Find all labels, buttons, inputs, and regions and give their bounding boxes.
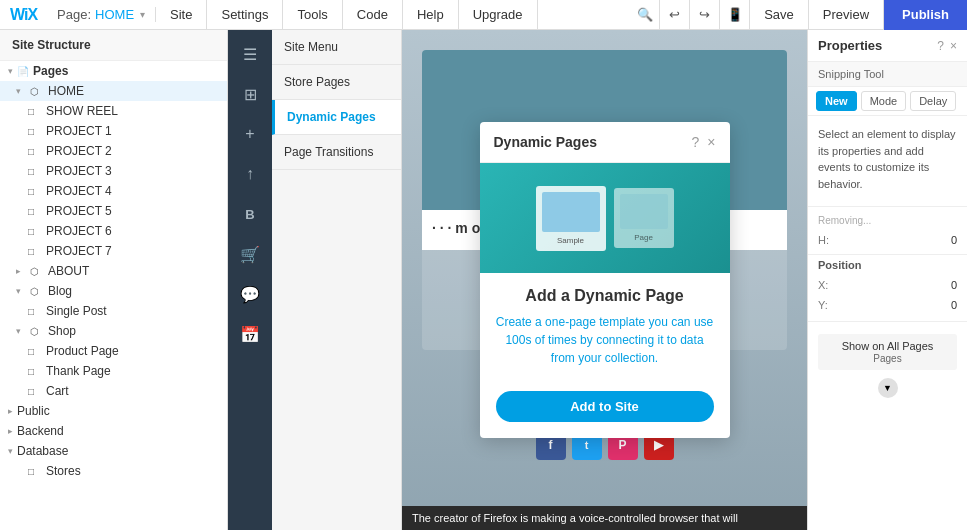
- tree-item-project-1[interactable]: □ PROJECT 1: [0, 121, 227, 141]
- preview-card-1: Sample: [536, 186, 606, 251]
- tree-item-stores[interactable]: □ Stores: [0, 461, 227, 481]
- topbar-right: 🔍 ↩ ↪ 📱 Save Preview Publish: [630, 0, 967, 30]
- site-menu-panel: Site Menu Store Pages Dynamic Pages Page…: [272, 30, 402, 530]
- public-section[interactable]: ▸ Public: [0, 401, 227, 421]
- pages-expand-icon: ▾: [8, 66, 13, 76]
- modal-heading: Add a Dynamic Page: [496, 287, 714, 305]
- panel-store-pages[interactable]: Store Pages: [272, 65, 401, 100]
- thank-page-label: Thank Page: [46, 364, 111, 378]
- tree-item-show-reel[interactable]: □ SHOW REEL: [0, 101, 227, 121]
- tree-item-thank-page[interactable]: □ Thank Page: [0, 361, 227, 381]
- project-3-icon: □: [28, 166, 42, 177]
- project-2-icon: □: [28, 146, 42, 157]
- tree-item-project-4[interactable]: □ PROJECT 4: [0, 181, 227, 201]
- tree-item-home[interactable]: ▾ ⬡ HOME: [0, 81, 227, 101]
- single-post-label: Single Post: [46, 304, 107, 318]
- project-5-icon: □: [28, 206, 42, 217]
- show-on-all-pages-btn[interactable]: Show on All Pages Pages: [818, 334, 957, 370]
- pages-label: Pages: [33, 64, 68, 78]
- stores-label: Stores: [46, 464, 81, 478]
- properties-description: Select an element to display its propert…: [808, 116, 967, 202]
- tree-item-project-6[interactable]: □ PROJECT 6: [0, 221, 227, 241]
- mode-button[interactable]: Mode: [861, 91, 907, 111]
- properties-title: Properties: [818, 38, 882, 53]
- blog-sidebar-icon[interactable]: B: [232, 196, 268, 232]
- modal-close-icon[interactable]: ×: [707, 134, 715, 150]
- calendar-sidebar-icon[interactable]: 📅: [232, 316, 268, 352]
- pages-sidebar-icon[interactable]: ☰: [232, 36, 268, 72]
- site-structure-panel: Site Structure ▾ 📄 Pages ▾ ⬡ HOME □ SHOW…: [0, 30, 228, 530]
- nav-help[interactable]: Help: [403, 0, 459, 30]
- add-elements-sidebar-icon[interactable]: +: [232, 116, 268, 152]
- page-indicator: Page: HOME ▾: [47, 7, 156, 22]
- modal-title: Dynamic Pages: [494, 134, 598, 150]
- tree-item-project-2[interactable]: □ PROJECT 2: [0, 141, 227, 161]
- properties-help-icon[interactable]: ?: [937, 39, 944, 53]
- y-field: Y: 0: [808, 295, 967, 315]
- undo-icon-btn[interactable]: ↩: [660, 0, 690, 30]
- properties-divider-1: [808, 206, 967, 207]
- nav-settings[interactable]: Settings: [207, 0, 283, 30]
- single-post-icon: □: [28, 306, 42, 317]
- modal-preview-area: Sample Page: [480, 163, 730, 273]
- modal-footer: Add to Site: [480, 381, 730, 438]
- h-value: 0: [907, 234, 957, 246]
- project-4-icon: □: [28, 186, 42, 197]
- tree-item-shop[interactable]: ▾ ⬡ Shop: [0, 321, 227, 341]
- position-section: Position: [808, 254, 967, 275]
- panel-page-transitions[interactable]: Page Transitions: [272, 135, 401, 170]
- backend-label: Backend: [17, 424, 64, 438]
- tree-item-project-3[interactable]: □ PROJECT 3: [0, 161, 227, 181]
- panel-site-menu[interactable]: Site Menu: [272, 30, 401, 65]
- database-label: Database: [17, 444, 68, 458]
- add-apps-sidebar-icon[interactable]: ⊞: [232, 76, 268, 112]
- publish-button[interactable]: Publish: [884, 0, 967, 30]
- public-label: Public: [17, 404, 50, 418]
- pages-section[interactable]: ▾ 📄 Pages: [0, 61, 227, 81]
- mobile-icon-btn[interactable]: 📱: [720, 0, 750, 30]
- home-expand-icon: ▾: [16, 86, 28, 96]
- nav-upgrade[interactable]: Upgrade: [459, 0, 538, 30]
- properties-panel: Properties ? × Snipping Tool New Mode De…: [807, 30, 967, 530]
- nav-code[interactable]: Code: [343, 0, 403, 30]
- collapse-button[interactable]: ▼: [878, 378, 898, 398]
- panel-dynamic-pages[interactable]: Dynamic Pages: [272, 100, 401, 135]
- search-icon-btn[interactable]: 🔍: [630, 0, 660, 30]
- cart-icon: □: [28, 386, 42, 397]
- modal-help-icon[interactable]: ?: [692, 134, 700, 150]
- save-button[interactable]: Save: [750, 0, 809, 30]
- tree-item-project-7[interactable]: □ PROJECT 7: [0, 241, 227, 261]
- site-structure-header: Site Structure: [0, 30, 227, 61]
- tree-item-project-5[interactable]: □ PROJECT 5: [0, 201, 227, 221]
- page-chevron-icon[interactable]: ▾: [140, 9, 145, 20]
- nav-tools[interactable]: Tools: [283, 0, 342, 30]
- new-button[interactable]: New: [816, 91, 857, 111]
- modal-overlay: Dynamic Pages ? × Sample: [402, 30, 807, 530]
- database-section[interactable]: ▾ Database: [0, 441, 227, 461]
- x-value: 0: [907, 279, 957, 291]
- preview-button[interactable]: Preview: [809, 0, 884, 30]
- redo-icon-btn[interactable]: ↪: [690, 0, 720, 30]
- logo-area: WiX: [0, 6, 47, 24]
- add-to-site-button[interactable]: Add to Site: [496, 391, 714, 422]
- database-expand-icon: ▾: [8, 446, 13, 456]
- modal-header-icons: ? ×: [692, 134, 716, 150]
- nav-site[interactable]: Site: [156, 0, 207, 30]
- about-label: ABOUT: [48, 264, 89, 278]
- chat-sidebar-icon[interactable]: 💬: [232, 276, 268, 312]
- backend-section[interactable]: ▸ Backend: [0, 421, 227, 441]
- store-sidebar-icon[interactable]: 🛒: [232, 236, 268, 272]
- shop-label: Shop: [48, 324, 76, 338]
- tree-item-product-page[interactable]: □ Product Page: [0, 341, 227, 361]
- tree-item-cart[interactable]: □ Cart: [0, 381, 227, 401]
- cart-label: Cart: [46, 384, 69, 398]
- thank-page-icon: □: [28, 366, 42, 377]
- properties-close-icon[interactable]: ×: [950, 39, 957, 53]
- delay-button[interactable]: Delay: [910, 91, 956, 111]
- tree-item-about[interactable]: ▸ ⬡ ABOUT: [0, 261, 227, 281]
- tree-item-single-post[interactable]: □ Single Post: [0, 301, 227, 321]
- properties-header-icons: ? ×: [937, 39, 957, 53]
- tree-item-blog[interactable]: ▾ ⬡ Blog: [0, 281, 227, 301]
- home-label: HOME: [48, 84, 84, 98]
- upload-sidebar-icon[interactable]: ↑: [232, 156, 268, 192]
